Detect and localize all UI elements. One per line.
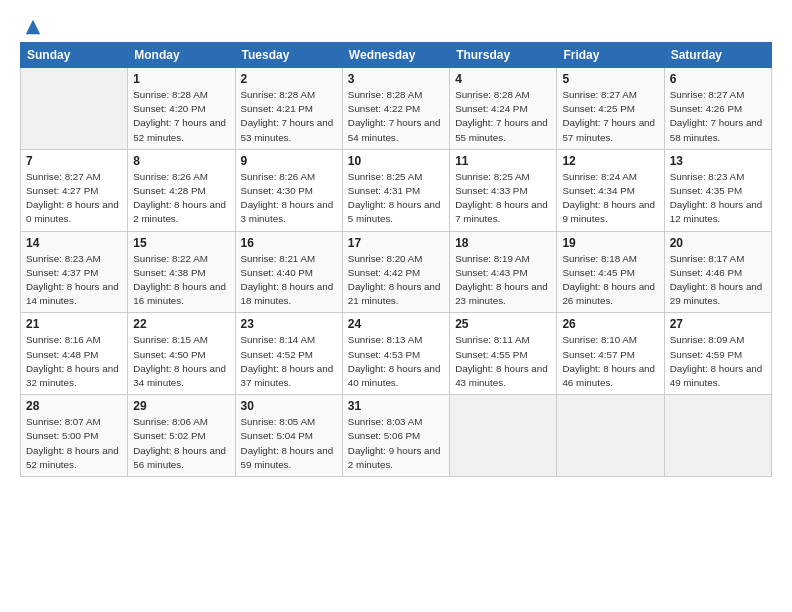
day-detail: Sunrise: 8:14 AM Sunset: 4:52 PM Dayligh… <box>241 333 337 390</box>
day-detail: Sunrise: 8:13 AM Sunset: 4:53 PM Dayligh… <box>348 333 444 390</box>
day-cell: 6Sunrise: 8:27 AM Sunset: 4:26 PM Daylig… <box>664 68 771 150</box>
day-cell: 16Sunrise: 8:21 AM Sunset: 4:40 PM Dayli… <box>235 231 342 313</box>
day-cell: 19Sunrise: 8:18 AM Sunset: 4:45 PM Dayli… <box>557 231 664 313</box>
day-detail: Sunrise: 8:28 AM Sunset: 4:20 PM Dayligh… <box>133 88 229 145</box>
day-number: 27 <box>670 317 766 331</box>
day-detail: Sunrise: 8:06 AM Sunset: 5:02 PM Dayligh… <box>133 415 229 472</box>
day-number: 20 <box>670 236 766 250</box>
day-detail: Sunrise: 8:27 AM Sunset: 4:26 PM Dayligh… <box>670 88 766 145</box>
day-number: 25 <box>455 317 551 331</box>
day-number: 5 <box>562 72 658 86</box>
day-cell: 1Sunrise: 8:28 AM Sunset: 4:20 PM Daylig… <box>128 68 235 150</box>
day-detail: Sunrise: 8:28 AM Sunset: 4:21 PM Dayligh… <box>241 88 337 145</box>
week-row-3: 14Sunrise: 8:23 AM Sunset: 4:37 PM Dayli… <box>21 231 772 313</box>
day-cell: 10Sunrise: 8:25 AM Sunset: 4:31 PM Dayli… <box>342 149 449 231</box>
svg-marker-0 <box>26 20 40 34</box>
day-cell: 25Sunrise: 8:11 AM Sunset: 4:55 PM Dayli… <box>450 313 557 395</box>
day-number: 17 <box>348 236 444 250</box>
day-detail: Sunrise: 8:27 AM Sunset: 4:25 PM Dayligh… <box>562 88 658 145</box>
day-detail: Sunrise: 8:23 AM Sunset: 4:37 PM Dayligh… <box>26 252 122 309</box>
day-cell: 18Sunrise: 8:19 AM Sunset: 4:43 PM Dayli… <box>450 231 557 313</box>
day-cell: 12Sunrise: 8:24 AM Sunset: 4:34 PM Dayli… <box>557 149 664 231</box>
day-detail: Sunrise: 8:28 AM Sunset: 4:22 PM Dayligh… <box>348 88 444 145</box>
day-cell: 22Sunrise: 8:15 AM Sunset: 4:50 PM Dayli… <box>128 313 235 395</box>
day-number: 16 <box>241 236 337 250</box>
day-detail: Sunrise: 8:17 AM Sunset: 4:46 PM Dayligh… <box>670 252 766 309</box>
day-cell: 23Sunrise: 8:14 AM Sunset: 4:52 PM Dayli… <box>235 313 342 395</box>
day-number: 10 <box>348 154 444 168</box>
calendar-table: SundayMondayTuesdayWednesdayThursdayFrid… <box>20 42 772 477</box>
day-number: 23 <box>241 317 337 331</box>
day-cell: 2Sunrise: 8:28 AM Sunset: 4:21 PM Daylig… <box>235 68 342 150</box>
day-cell: 20Sunrise: 8:17 AM Sunset: 4:46 PM Dayli… <box>664 231 771 313</box>
day-detail: Sunrise: 8:26 AM Sunset: 4:28 PM Dayligh… <box>133 170 229 227</box>
weekday-header-monday: Monday <box>128 43 235 68</box>
day-detail: Sunrise: 8:19 AM Sunset: 4:43 PM Dayligh… <box>455 252 551 309</box>
day-cell: 29Sunrise: 8:06 AM Sunset: 5:02 PM Dayli… <box>128 395 235 477</box>
day-detail: Sunrise: 8:09 AM Sunset: 4:59 PM Dayligh… <box>670 333 766 390</box>
logo-icon <box>24 18 42 36</box>
day-number: 3 <box>348 72 444 86</box>
day-number: 9 <box>241 154 337 168</box>
day-detail: Sunrise: 8:24 AM Sunset: 4:34 PM Dayligh… <box>562 170 658 227</box>
day-number: 14 <box>26 236 122 250</box>
day-number: 31 <box>348 399 444 413</box>
day-number: 24 <box>348 317 444 331</box>
day-number: 8 <box>133 154 229 168</box>
day-number: 28 <box>26 399 122 413</box>
day-detail: Sunrise: 8:28 AM Sunset: 4:24 PM Dayligh… <box>455 88 551 145</box>
day-detail: Sunrise: 8:25 AM Sunset: 4:33 PM Dayligh… <box>455 170 551 227</box>
weekday-header-thursday: Thursday <box>450 43 557 68</box>
day-detail: Sunrise: 8:05 AM Sunset: 5:04 PM Dayligh… <box>241 415 337 472</box>
day-detail: Sunrise: 8:27 AM Sunset: 4:27 PM Dayligh… <box>26 170 122 227</box>
day-detail: Sunrise: 8:16 AM Sunset: 4:48 PM Dayligh… <box>26 333 122 390</box>
day-cell: 7Sunrise: 8:27 AM Sunset: 4:27 PM Daylig… <box>21 149 128 231</box>
week-row-1: 1Sunrise: 8:28 AM Sunset: 4:20 PM Daylig… <box>21 68 772 150</box>
day-detail: Sunrise: 8:25 AM Sunset: 4:31 PM Dayligh… <box>348 170 444 227</box>
weekday-header-sunday: Sunday <box>21 43 128 68</box>
day-number: 21 <box>26 317 122 331</box>
day-cell: 5Sunrise: 8:27 AM Sunset: 4:25 PM Daylig… <box>557 68 664 150</box>
day-detail: Sunrise: 8:21 AM Sunset: 4:40 PM Dayligh… <box>241 252 337 309</box>
weekday-header-row: SundayMondayTuesdayWednesdayThursdayFrid… <box>21 43 772 68</box>
page: SundayMondayTuesdayWednesdayThursdayFrid… <box>0 0 792 487</box>
day-cell: 11Sunrise: 8:25 AM Sunset: 4:33 PM Dayli… <box>450 149 557 231</box>
week-row-5: 28Sunrise: 8:07 AM Sunset: 5:00 PM Dayli… <box>21 395 772 477</box>
day-number: 6 <box>670 72 766 86</box>
day-cell: 27Sunrise: 8:09 AM Sunset: 4:59 PM Dayli… <box>664 313 771 395</box>
day-cell: 15Sunrise: 8:22 AM Sunset: 4:38 PM Dayli… <box>128 231 235 313</box>
header <box>20 18 772 32</box>
day-number: 13 <box>670 154 766 168</box>
day-number: 2 <box>241 72 337 86</box>
day-detail: Sunrise: 8:07 AM Sunset: 5:00 PM Dayligh… <box>26 415 122 472</box>
day-cell: 30Sunrise: 8:05 AM Sunset: 5:04 PM Dayli… <box>235 395 342 477</box>
day-number: 12 <box>562 154 658 168</box>
day-cell <box>21 68 128 150</box>
day-cell: 28Sunrise: 8:07 AM Sunset: 5:00 PM Dayli… <box>21 395 128 477</box>
day-cell <box>664 395 771 477</box>
weekday-header-wednesday: Wednesday <box>342 43 449 68</box>
weekday-header-friday: Friday <box>557 43 664 68</box>
day-number: 19 <box>562 236 658 250</box>
day-detail: Sunrise: 8:15 AM Sunset: 4:50 PM Dayligh… <box>133 333 229 390</box>
day-cell: 21Sunrise: 8:16 AM Sunset: 4:48 PM Dayli… <box>21 313 128 395</box>
day-detail: Sunrise: 8:22 AM Sunset: 4:38 PM Dayligh… <box>133 252 229 309</box>
logo <box>20 18 42 32</box>
day-number: 15 <box>133 236 229 250</box>
weekday-header-tuesday: Tuesday <box>235 43 342 68</box>
day-cell: 8Sunrise: 8:26 AM Sunset: 4:28 PM Daylig… <box>128 149 235 231</box>
day-number: 30 <box>241 399 337 413</box>
day-cell: 17Sunrise: 8:20 AM Sunset: 4:42 PM Dayli… <box>342 231 449 313</box>
day-number: 26 <box>562 317 658 331</box>
day-number: 1 <box>133 72 229 86</box>
day-cell: 31Sunrise: 8:03 AM Sunset: 5:06 PM Dayli… <box>342 395 449 477</box>
day-detail: Sunrise: 8:03 AM Sunset: 5:06 PM Dayligh… <box>348 415 444 472</box>
week-row-4: 21Sunrise: 8:16 AM Sunset: 4:48 PM Dayli… <box>21 313 772 395</box>
day-number: 29 <box>133 399 229 413</box>
day-cell: 14Sunrise: 8:23 AM Sunset: 4:37 PM Dayli… <box>21 231 128 313</box>
day-cell <box>450 395 557 477</box>
week-row-2: 7Sunrise: 8:27 AM Sunset: 4:27 PM Daylig… <box>21 149 772 231</box>
day-detail: Sunrise: 8:26 AM Sunset: 4:30 PM Dayligh… <box>241 170 337 227</box>
day-number: 18 <box>455 236 551 250</box>
day-detail: Sunrise: 8:11 AM Sunset: 4:55 PM Dayligh… <box>455 333 551 390</box>
